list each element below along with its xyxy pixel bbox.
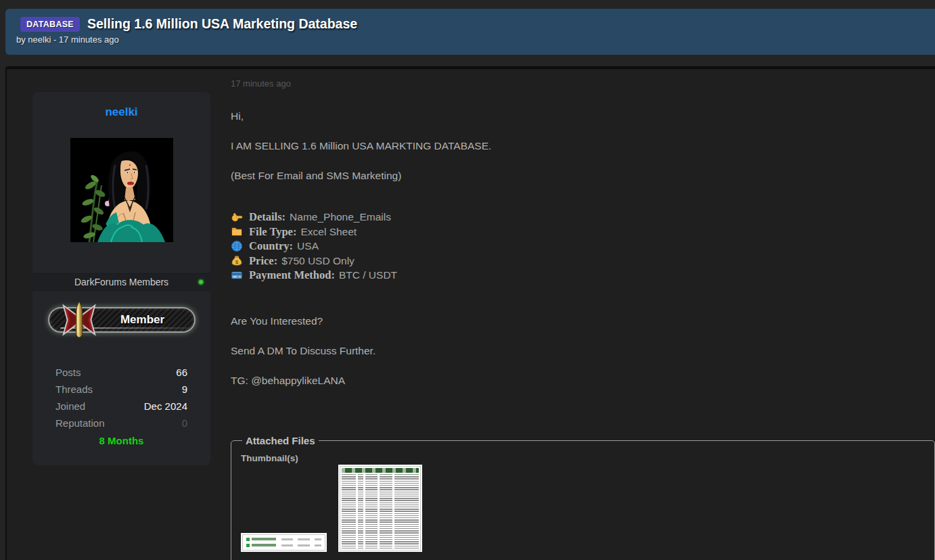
thread-prefix-badge[interactable]: DATABASE [20, 17, 80, 32]
file-list-thumbnail[interactable] [241, 533, 327, 552]
attached-files-legend: Attached Files [242, 435, 319, 446]
stat-threads: Threads 9 [55, 381, 187, 398]
excel-file-icon [246, 538, 250, 541]
member-badge-label: Member [120, 313, 164, 327]
thumbnails-label: Thumbnail(s) [241, 453, 925, 463]
globe-icon [231, 240, 243, 252]
user-group-band: DarkForums Members [32, 273, 210, 291]
detail-row-details: Details: Name_Phone_Emails [231, 210, 935, 225]
excel-sheet-thumbnail[interactable] [338, 465, 422, 552]
sheet-data-rows [342, 474, 419, 549]
membership-duration: 8 Months [32, 435, 210, 446]
detail-row-price: $ Price: $750 USD Only [231, 254, 935, 269]
stat-reputation: Reputation 0 [55, 415, 187, 431]
detail-row-file-type: File Type: Excel Sheet [231, 225, 935, 239]
thread-byline: by neelki - 17 minutes ago [16, 34, 935, 45]
thread-title-row: DATABASE Selling 1.6 Million USA Marketi… [16, 16, 935, 32]
post-body: Hi, I AM SELLING 1.6 Million USA MARKTIN… [231, 109, 935, 388]
post-paragraph: I AM SELLING 1.6 Million USA MARKTING DA… [231, 139, 935, 153]
post-paragraph: Are You Interested? [231, 314, 935, 328]
detail-row-payment-method: Payment Method: BTC / USDT [231, 268, 935, 283]
sheet-header-row [342, 468, 419, 473]
user-column: neelki [32, 92, 210, 465]
avatar[interactable] [70, 138, 173, 242]
post-container: neelki [5, 66, 935, 560]
user-stats: Posts 66 Threads 9 Joined Dec 2024 Reput… [55, 364, 187, 431]
post-timestamp: 17 minutes ago [231, 78, 935, 89]
post-paragraph: (Best For Email and SMS Marketing) [231, 168, 935, 183]
folder-icon [231, 225, 243, 237]
money-bag-icon: $ [231, 254, 243, 266]
credit-card-icon [231, 269, 243, 281]
username-link[interactable]: neelki [32, 106, 210, 119]
detail-row-country: Country: USA [231, 239, 935, 254]
thread-header: DATABASE Selling 1.6 Million USA Marketi… [5, 9, 935, 55]
post-paragraph: TG: @behappylikeLANA [231, 373, 935, 388]
post-paragraph: Hi, [231, 109, 935, 123]
post-paragraph: Send A DM To Discuss Further. [231, 344, 935, 358]
member-badge-emblem-icon [60, 300, 98, 340]
stat-joined: Joined Dec 2024 [55, 398, 187, 415]
member-badge: Member [48, 300, 196, 340]
excel-file-icon [246, 544, 250, 547]
thread-title: Selling 1.6 Million USA Marketing Databa… [87, 16, 357, 32]
online-status-icon [198, 279, 204, 285]
user-group-label: DarkForums Members [74, 277, 168, 287]
avatar-image [70, 138, 173, 242]
file-list-row [246, 544, 321, 547]
offer-details-list: Details: Name_Phone_Emails File Type: Ex… [231, 210, 935, 283]
file-list-row [246, 538, 321, 541]
post-column: 17 minutes ago Hi, I AM SELLING 1.6 Mill… [231, 69, 935, 560]
thumbnail-row [241, 465, 925, 552]
stat-posts: Posts 66 [55, 364, 187, 381]
user-card: neelki [32, 92, 210, 465]
attached-files-fieldset: Attached Files Thumbnail(s) [231, 435, 935, 560]
pointing-finger-icon [231, 211, 243, 223]
